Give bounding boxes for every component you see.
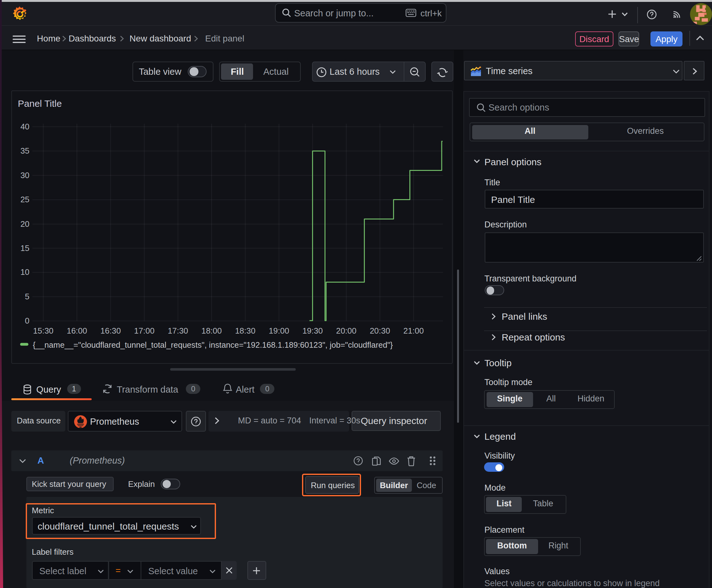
svg-text:19:30: 19:30 [303,326,323,335]
svg-text:{__name__="cloudflared_tunnel_: {__name__="cloudflared_tunnel_total_requ… [33,340,393,349]
svg-text:18:00: 18:00 [201,326,222,335]
svg-text:40: 40 [21,122,30,131]
svg-text:25: 25 [21,195,30,204]
svg-text:10: 10 [21,267,30,277]
svg-text:16:00: 16:00 [67,326,87,335]
svg-text:30: 30 [21,170,30,180]
svg-text:15: 15 [21,243,30,253]
svg-text:16:30: 16:30 [101,326,121,335]
svg-text:20:00: 20:00 [336,326,357,335]
svg-text:15:30: 15:30 [33,326,54,335]
svg-text:5: 5 [25,292,29,301]
svg-text:17:00: 17:00 [134,326,155,335]
svg-text:20: 20 [21,219,30,228]
svg-text:17:30: 17:30 [168,326,188,335]
svg-text:18:30: 18:30 [235,326,256,335]
svg-text:20:30: 20:30 [370,326,390,335]
svg-text:0: 0 [25,316,29,326]
svg-text:21:00: 21:00 [404,326,424,335]
svg-text:35: 35 [21,146,30,155]
svg-text:19:00: 19:00 [269,326,289,335]
